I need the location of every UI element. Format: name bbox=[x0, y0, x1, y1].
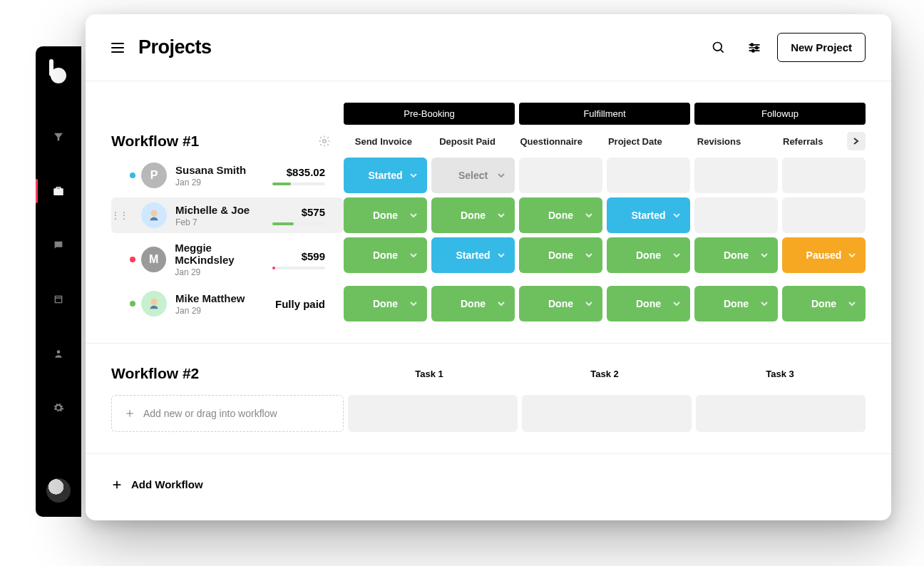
status-cells: StartedSelect bbox=[344, 158, 866, 193]
add-workflow-label: Add Workflow bbox=[131, 478, 203, 490]
filter-icon bbox=[53, 131, 64, 143]
client-avatar bbox=[141, 202, 167, 228]
gear-icon bbox=[318, 135, 331, 148]
status-cell-done[interactable]: Done bbox=[694, 286, 778, 321]
sidebar-item-contacts[interactable] bbox=[36, 339, 81, 369]
status-label: Done bbox=[724, 249, 749, 261]
chevron-down-icon bbox=[498, 253, 505, 257]
col-send-invoice: Send Invoice bbox=[344, 136, 423, 147]
sidebar-item-projects[interactable] bbox=[36, 176, 81, 206]
w2-empty-cell bbox=[348, 395, 518, 432]
stage-tab-followup[interactable]: Followup bbox=[694, 103, 866, 125]
status-label: Done bbox=[636, 249, 661, 261]
sidebar-item-messages[interactable] bbox=[36, 230, 81, 260]
project-row-info[interactable]: ⋮⋮PSusana SmithJan 29$835.02 bbox=[111, 158, 344, 193]
sidebar-item-calendar[interactable] bbox=[36, 284, 81, 314]
workflow-1-settings[interactable] bbox=[318, 135, 331, 148]
scroll-right-button[interactable] bbox=[847, 132, 866, 150]
status-cell-done[interactable]: Done bbox=[344, 286, 427, 321]
status-cell-empty bbox=[607, 158, 690, 193]
status-cell-select[interactable]: Select bbox=[431, 158, 515, 193]
svg-point-8 bbox=[752, 49, 754, 51]
client-date: Jan 29 bbox=[175, 177, 246, 187]
status-cell-done[interactable]: Done bbox=[519, 237, 602, 273]
project-row[interactable]: ⋮⋮Mike MatthewJan 29Fully paidDoneDoneDo… bbox=[111, 286, 866, 321]
status-label: Done bbox=[724, 298, 749, 309]
header: Projects New Project bbox=[86, 14, 891, 81]
add-to-workflow-2[interactable]: Add new or drag into workflow bbox=[111, 395, 344, 432]
chevron-down-icon bbox=[498, 213, 505, 217]
project-row-info[interactable]: ⋮⋮MMeggie McKindsleyJan 29$599 bbox=[111, 237, 344, 282]
project-row-info[interactable]: ⋮⋮Mike MatthewJan 29Fully paid bbox=[111, 286, 344, 321]
status-label: Done bbox=[373, 249, 398, 261]
status-cell-done[interactable]: Done bbox=[782, 286, 866, 321]
chevron-down-icon bbox=[410, 302, 417, 306]
status-label: Done bbox=[548, 249, 573, 261]
status-cell-started[interactable]: Started bbox=[431, 237, 515, 273]
status-label: Done bbox=[373, 210, 398, 221]
chevron-down-icon bbox=[761, 253, 768, 257]
client-date: Jan 29 bbox=[175, 267, 272, 277]
status-label: Started bbox=[456, 249, 490, 261]
status-cell-done[interactable]: Done bbox=[431, 197, 515, 233]
client-avatar: P bbox=[141, 163, 167, 188]
filter-settings-button[interactable] bbox=[741, 35, 767, 61]
chevron-down-icon bbox=[848, 302, 856, 306]
new-project-button[interactable]: New Project bbox=[777, 33, 866, 62]
status-cell-done[interactable]: Done bbox=[431, 286, 515, 321]
workflow-1-title: Workflow #1 bbox=[111, 133, 199, 150]
status-dot bbox=[130, 173, 135, 178]
status-label: Paused bbox=[806, 249, 842, 261]
user-avatar[interactable] bbox=[46, 478, 71, 503]
svg-line-2 bbox=[721, 49, 724, 52]
status-cell-done[interactable]: Done bbox=[344, 237, 427, 273]
workflow-1-header-row: Workflow #1 Send Invoice Deposit Paid Qu… bbox=[111, 132, 866, 150]
status-cell-done[interactable]: Done bbox=[519, 197, 602, 233]
svg-point-6 bbox=[751, 43, 753, 46]
stage-tab-fulfillment[interactable]: Fulfillment bbox=[519, 103, 690, 125]
status-cell-done[interactable]: Done bbox=[519, 286, 602, 321]
section-divider bbox=[86, 343, 891, 344]
svg-point-7 bbox=[756, 46, 758, 48]
search-button[interactable] bbox=[706, 35, 732, 61]
project-row-info[interactable]: ⋮⋮Michelle & JoeFeb 7$575 bbox=[111, 197, 344, 233]
project-row[interactable]: ⋮⋮Michelle & JoeFeb 7$575DoneDoneDoneSta… bbox=[111, 197, 866, 233]
status-cell-done[interactable]: Done bbox=[344, 197, 427, 233]
status-cell-done[interactable]: Done bbox=[607, 237, 690, 273]
status-cell-started[interactable]: Started bbox=[344, 158, 427, 193]
svg-point-1 bbox=[714, 42, 722, 51]
brand-logo bbox=[51, 68, 66, 83]
sidebar-item-filter[interactable] bbox=[36, 122, 81, 152]
status-cell-empty bbox=[782, 158, 866, 193]
status-cell-done[interactable]: Done bbox=[607, 286, 690, 321]
client-avatar bbox=[141, 291, 167, 317]
main-window: Projects New Project Pre-Booking Fulfill… bbox=[86, 14, 891, 520]
w2-col-3: Task 3 bbox=[694, 369, 866, 379]
col-deposit-paid: Deposit Paid bbox=[428, 136, 508, 147]
chevron-right-icon bbox=[853, 138, 859, 145]
status-label: Done bbox=[548, 298, 573, 309]
amount-value: Fully paid bbox=[275, 298, 325, 310]
status-cell-empty bbox=[694, 158, 778, 193]
user-icon bbox=[53, 348, 63, 359]
add-workflow-button[interactable]: Add Workflow bbox=[111, 475, 866, 490]
drag-handle-icon[interactable]: ⋮⋮ bbox=[111, 210, 124, 220]
w2-col-2: Task 2 bbox=[519, 369, 690, 379]
project-row[interactable]: ⋮⋮MMeggie McKindsleyJan 29$599DoneStarte… bbox=[111, 237, 866, 282]
chevron-down-icon bbox=[585, 253, 592, 257]
project-row[interactable]: ⋮⋮PSusana SmithJan 29$835.02StartedSelec… bbox=[111, 158, 866, 193]
status-cell-started[interactable]: Started bbox=[607, 197, 690, 233]
status-cell-paused[interactable]: Paused bbox=[782, 237, 866, 273]
gear-icon bbox=[53, 402, 64, 413]
content-area: Pre-Booking Fulfillment Followup Workflo… bbox=[86, 81, 891, 508]
menu-button[interactable] bbox=[111, 43, 124, 53]
client-name: Mike Matthew bbox=[175, 292, 245, 304]
sidebar-item-settings[interactable] bbox=[36, 393, 81, 423]
status-cell-empty bbox=[519, 158, 602, 193]
chevron-down-icon bbox=[410, 213, 417, 217]
status-dot bbox=[130, 212, 135, 218]
workflow-2-title: Workflow #2 bbox=[111, 365, 199, 382]
chevron-down-icon bbox=[498, 173, 505, 177]
status-cell-done[interactable]: Done bbox=[694, 237, 778, 273]
stage-tab-prebooking[interactable]: Pre-Booking bbox=[344, 103, 515, 125]
